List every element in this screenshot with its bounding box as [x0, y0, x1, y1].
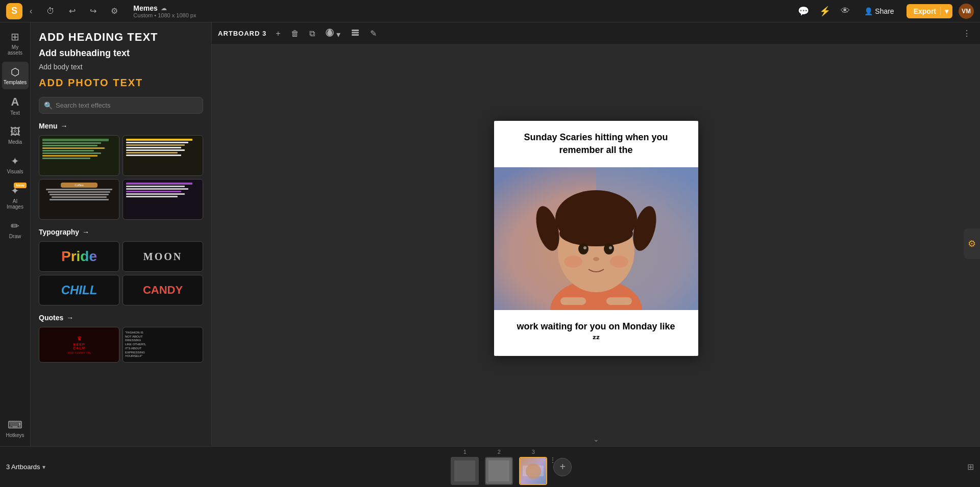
undo-button[interactable]: ↩	[66, 4, 79, 18]
topbar-nav: ‹ ⏱ ↩ ↪ ⚙	[27, 4, 127, 18]
panel: ADD HEADING TEXT Add subheading text Add…	[31, 22, 212, 446]
lightning-button[interactable]: ⚡	[817, 4, 832, 19]
pen-button[interactable]: ✎	[367, 27, 380, 40]
sidebar-item-ai-images[interactable]: New ✦ AI Images	[2, 181, 29, 214]
artboard-thumb-img-2	[485, 457, 513, 485]
export-button[interactable]: Export ▾	[906, 4, 952, 18]
chevron-down-icon: ⌄	[593, 435, 599, 443]
menu-section-header[interactable]: Menu →	[39, 122, 203, 130]
menu-section: Menu →	[39, 122, 203, 220]
svg-rect-1	[352, 30, 359, 31]
export-caret-icon: ▾	[940, 7, 952, 15]
typo-chill[interactable]: CHILL	[39, 275, 119, 305]
typo-moon[interactable]: MOON	[122, 241, 203, 272]
hotkeys-icon: ⌨	[8, 419, 22, 431]
grid-view-button[interactable]: ⊞	[967, 462, 974, 472]
delete-artboard-button[interactable]: 🗑	[288, 27, 302, 40]
svg-rect-2	[352, 32, 359, 33]
avatar-initials: VM	[962, 8, 971, 15]
menu-template-2[interactable]	[122, 135, 203, 176]
typo-pride[interactable]: Pride	[39, 241, 119, 272]
search-icon: 🔍	[44, 101, 53, 110]
quotes-section-title: Quotes →	[39, 314, 74, 322]
svg-point-13	[604, 243, 614, 254]
meme-card: Sunday Scaries hitting when you remember…	[494, 121, 698, 356]
artboard-options-button[interactable]: ⋮	[549, 456, 556, 464]
canvas-area: ARTBOARD 3 + 🗑 ⧉ ▾ ✎ ⋮ Sunday Scaries hi…	[212, 22, 980, 446]
settings-button[interactable]: ⚙	[108, 4, 121, 18]
artboard-thumb-1[interactable]: 1	[451, 449, 479, 485]
typo-chill-text: CHILL	[61, 283, 97, 297]
artboard-toolbar: ARTBOARD 3 + 🗑 ⧉ ▾ ✎ ⋮	[212, 22, 980, 45]
typo-candy-text: CANDY	[143, 284, 183, 297]
menu-template-4[interactable]	[122, 179, 203, 220]
sidebar-item-templates[interactable]: ⬡ Templates	[2, 62, 29, 89]
menu-template-3[interactable]: Coffee	[39, 179, 119, 220]
sidebar-item-text[interactable]: A Text	[2, 91, 29, 120]
chat-button[interactable]: 💬	[796, 4, 811, 19]
history-button[interactable]: ⏱	[43, 5, 58, 18]
typography-grid: Pride MOON CHILL CANDY	[39, 241, 203, 305]
layers-button[interactable]	[348, 26, 363, 41]
new-badge: New	[14, 183, 26, 188]
svg-point-16	[593, 257, 599, 261]
svg-rect-19	[560, 297, 586, 305]
canvas-chevron[interactable]: ⌄	[212, 432, 980, 446]
add-subheading-button[interactable]: Add subheading text	[39, 48, 203, 59]
sidebar-item-hotkeys[interactable]: ⌨ Hotkeys	[2, 415, 29, 442]
quote-template-1[interactable]: ♛ KEEPCALM AND CARRY ON	[39, 327, 119, 363]
search-input[interactable]	[39, 97, 203, 114]
artboard-thumb-3[interactable]: 3 ⋮	[519, 449, 547, 485]
typography-section-header[interactable]: Typography →	[39, 228, 203, 236]
svg-point-17	[564, 255, 582, 268]
sidebar-item-draw[interactable]: ✏ Draw	[2, 216, 29, 243]
visuals-icon: ✦	[11, 155, 19, 167]
svg-point-11	[559, 221, 633, 246]
typo-pride-text: Pride	[61, 248, 97, 265]
copy-artboard-button[interactable]: ⧉	[306, 27, 318, 40]
menu-arrow-icon: →	[61, 122, 68, 130]
sidebar-item-label: Media	[8, 139, 22, 145]
menu-template-1[interactable]	[39, 135, 119, 176]
topbar-right: 💬 ⚡ 👁 👤 Share Export ▾ VM	[796, 4, 974, 19]
doc-size: Custom • 1080 x 1080 px	[133, 12, 196, 18]
quotes-section-header[interactable]: Quotes →	[39, 314, 203, 322]
panel-content: ADD HEADING TEXT Add subheading text Add…	[31, 22, 211, 446]
preview-button[interactable]: 👁	[839, 4, 852, 18]
back-button[interactable]: ‹	[27, 5, 35, 18]
my-assets-icon: ⊞	[11, 31, 19, 43]
redo-button[interactable]: ↪	[87, 4, 100, 18]
meme-top-text: Sunday Scaries hitting when you remember…	[504, 131, 688, 157]
meme-text-top: Sunday Scaries hitting when you remember…	[494, 121, 698, 167]
sidebar-item-label: Visuals	[7, 169, 23, 174]
canvas-scroll[interactable]: Sunday Scaries hitting when you remember…	[212, 45, 980, 432]
app-logo: S	[6, 3, 22, 19]
bottom-bar: 3 Artboards ▾ 1 2 3	[0, 446, 980, 487]
artboard-thumb-2[interactable]: 2	[485, 449, 513, 485]
add-body-button[interactable]: Add body text	[39, 63, 203, 71]
sidebar-item-my-assets[interactable]: ⊞ My assets	[2, 27, 29, 60]
avatar: VM	[959, 4, 974, 19]
add-photo-text-button[interactable]: ADD PHOTO TEXT	[39, 77, 203, 89]
add-heading-button[interactable]: ADD HEADING TEXT	[39, 31, 203, 44]
typography-section: Typography → Pride MOON CHILL CAND	[39, 228, 203, 305]
quote-template-2[interactable]: "FASHION ISNOT ABOUTDRESSINGLIKE OTHERS,…	[122, 327, 203, 363]
right-widget[interactable]: ⚙	[964, 228, 980, 259]
share-button[interactable]: 👤 Share	[858, 4, 900, 18]
sidebar-item-label: Draw	[9, 234, 21, 239]
more-button[interactable]: ⋮	[960, 27, 974, 40]
cloud-icon: ☁	[161, 5, 167, 12]
typo-candy[interactable]: CANDY	[122, 275, 203, 305]
sidebar-item-visuals[interactable]: ✦ Visuals	[2, 151, 29, 178]
typography-section-title: Typography →	[39, 228, 89, 236]
fill-artboard-button[interactable]: ▾	[322, 26, 344, 41]
add-artboard-button[interactable]: +	[273, 27, 283, 40]
doc-name: Memes	[133, 4, 157, 12]
artboards-count[interactable]: 3 Artboards ▾	[6, 463, 45, 471]
sidebar-item-label: My assets	[4, 44, 27, 56]
sidebar-item-media[interactable]: 🖼 Media	[2, 122, 29, 149]
svg-point-12	[578, 243, 589, 254]
typo-moon-text: MOON	[143, 251, 182, 263]
sidebar-item-label: Templates	[4, 80, 27, 85]
svg-point-18	[610, 255, 628, 268]
